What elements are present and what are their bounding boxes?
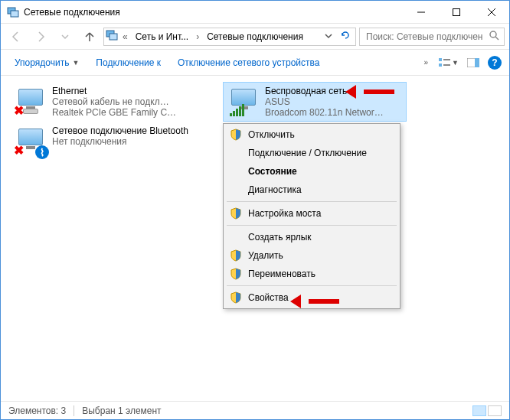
svg-rect-3 xyxy=(453,9,460,16)
maximize-button[interactable] xyxy=(439,1,474,24)
menu-status[interactable]: Состояние xyxy=(225,162,398,181)
menu-separator xyxy=(227,225,397,226)
ethernet-icon: ✖ xyxy=(15,86,46,116)
signal-bars-icon xyxy=(230,104,244,116)
connect-to-label: Подключение к xyxy=(96,57,161,68)
search-input[interactable] xyxy=(365,31,484,43)
breadcrumb[interactable]: « Сеть и Инт... › Сетевые подключения xyxy=(103,28,356,46)
view-details-icon[interactable] xyxy=(472,405,486,416)
connection-device: Realtek PCIe GBE Family C… xyxy=(52,107,176,118)
menu-rename[interactable]: Переименовать xyxy=(225,265,398,283)
help-button[interactable]: ? xyxy=(488,56,502,70)
disable-device-label: Отключение сетевого устройства xyxy=(178,57,319,68)
minimize-button[interactable] xyxy=(404,1,439,24)
search-box[interactable] xyxy=(359,28,505,46)
menu-create-shortcut-label: Создать ярлык xyxy=(248,232,312,243)
wifi-icon xyxy=(228,86,259,116)
titlebar: Сетевые подключения xyxy=(1,1,509,24)
connection-status: Нет подключения xyxy=(52,136,188,147)
svg-rect-10 xyxy=(439,58,442,61)
disconnected-x-icon: ✖ xyxy=(14,143,24,158)
menu-properties-label: Свойства xyxy=(248,292,289,303)
shield-icon xyxy=(230,249,242,262)
connection-name: Сетевое подключение Bluetooth xyxy=(52,125,188,136)
chevron-down-icon: ▼ xyxy=(72,59,79,67)
svg-rect-7 xyxy=(110,34,117,40)
menu-disable-label: Отключить xyxy=(248,129,295,140)
svg-rect-15 xyxy=(475,58,479,67)
breadcrumb-network[interactable]: Сеть и Инт... xyxy=(132,31,191,42)
annotation-arrow xyxy=(299,296,339,307)
window-title: Сетевые подключения xyxy=(24,7,404,18)
preview-pane-button[interactable] xyxy=(463,55,483,70)
menu-delete[interactable]: Удалить xyxy=(225,246,398,265)
svg-line-9 xyxy=(495,37,499,40)
svg-rect-13 xyxy=(443,64,450,66)
menu-delete-label: Удалить xyxy=(248,250,283,261)
shield-icon xyxy=(230,291,242,304)
menu-create-shortcut[interactable]: Создать ярлык xyxy=(225,228,398,246)
organize-label: Упорядочить xyxy=(15,57,69,68)
view-options-button[interactable]: ▼ xyxy=(439,55,459,70)
breadcrumb-icon xyxy=(106,29,118,44)
organize-button[interactable]: Упорядочить ▼ xyxy=(8,54,85,71)
menu-diagnostics[interactable]: Диагностика xyxy=(225,181,398,199)
disconnected-x-icon: ✖ xyxy=(14,103,24,118)
status-selected-count: Выбран 1 элемент xyxy=(82,405,161,416)
bluetooth-icon: ⌇ ✖ xyxy=(15,125,46,156)
disable-device-button[interactable]: Отключение сетевого устройства xyxy=(172,54,325,71)
annotation-arrow xyxy=(355,86,394,97)
status-element-count: Элементов: 3 xyxy=(8,405,66,416)
menu-disable[interactable]: Отключить xyxy=(225,125,398,144)
connection-device: Broadcom 802.11n Networ… xyxy=(265,107,384,118)
connection-status: Сетевой кабель не подкл… xyxy=(52,96,176,107)
chevron-down-icon: ▼ xyxy=(452,59,459,67)
menu-rename-label: Переименовать xyxy=(248,269,315,279)
forward-button[interactable] xyxy=(30,28,51,46)
view-large-icon[interactable] xyxy=(488,405,502,416)
content-area: ✖ Ethernet Сетевой кабель не подкл… Real… xyxy=(1,76,509,401)
refresh-icon[interactable] xyxy=(337,30,354,43)
connection-name: Ethernet xyxy=(52,86,176,96)
status-separator xyxy=(74,405,74,416)
chevron-right-icon: › xyxy=(193,31,202,42)
menu-connect-disconnect-label: Подключение / Отключение xyxy=(248,148,367,158)
shield-icon xyxy=(230,207,242,220)
svg-rect-11 xyxy=(443,59,450,60)
menu-diagnostics-label: Диагностика xyxy=(248,184,302,195)
back-button[interactable] xyxy=(5,28,27,46)
up-button[interactable] xyxy=(79,28,100,46)
menu-bridge[interactable]: Настройка моста xyxy=(225,204,398,223)
menu-separator xyxy=(227,201,397,202)
address-bar: « Сеть и Инт... › Сетевые подключения xyxy=(1,24,509,50)
more-button[interactable]: » xyxy=(417,55,434,70)
menu-connect-disconnect[interactable]: Подключение / Отключение xyxy=(225,144,398,162)
menu-separator xyxy=(227,285,397,286)
chevron-right-icon: » xyxy=(423,58,428,67)
chevron-icon: « xyxy=(119,31,131,42)
connection-status: ASUS xyxy=(265,96,384,107)
view-mode-switcher[interactable] xyxy=(472,405,502,416)
status-bar: Элементов: 3 Выбран 1 элемент xyxy=(1,401,509,419)
menu-bridge-label: Настройка моста xyxy=(248,208,321,219)
svg-rect-12 xyxy=(439,63,442,67)
shield-icon xyxy=(230,268,242,280)
connect-to-button[interactable]: Подключение к xyxy=(90,54,167,71)
context-menu: Отключить Подключение / Отключение Состо… xyxy=(223,123,400,309)
svg-point-8 xyxy=(490,31,496,37)
menu-status-label: Состояние xyxy=(248,166,297,177)
breadcrumb-connections[interactable]: Сетевые подключения xyxy=(204,31,306,42)
recent-dropdown[interactable] xyxy=(54,28,76,46)
search-icon xyxy=(489,30,499,43)
close-button[interactable] xyxy=(474,1,509,24)
svg-rect-1 xyxy=(11,11,18,17)
toolbar: Упорядочить ▼ Подключение к Отключение с… xyxy=(1,50,509,76)
connection-bluetooth[interactable]: ⌇ ✖ Сетевое подключение Bluetooth Нет по… xyxy=(10,122,194,160)
window-icon xyxy=(7,6,19,18)
shield-icon xyxy=(230,129,242,141)
breadcrumb-dropdown-icon[interactable] xyxy=(322,31,335,42)
connection-ethernet[interactable]: ✖ Ethernet Сетевой кабель не подкл… Real… xyxy=(10,82,194,122)
